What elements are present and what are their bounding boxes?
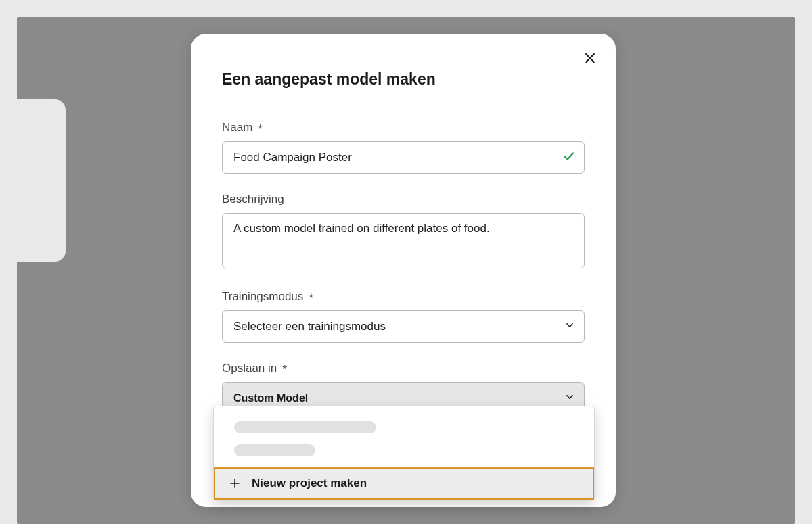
field-save-in-label-row: Opslaan in * <box>222 362 585 375</box>
field-description-label: Beschrijving <box>222 193 284 206</box>
new-project-button[interactable]: Nieuw project maken <box>214 467 594 500</box>
name-input[interactable] <box>222 141 585 174</box>
description-input[interactable] <box>222 213 585 268</box>
chevron-down-icon <box>565 392 574 404</box>
modal-title: Een aangepast model maken <box>222 70 585 89</box>
placeholder-bar <box>234 421 376 433</box>
field-save-in-label: Opslaan in <box>222 362 277 375</box>
save-in-dropdown-panel: Nieuw project maken <box>213 406 595 500</box>
dropdown-loading-row <box>214 444 594 467</box>
check-icon <box>563 150 575 165</box>
required-asterisk: * <box>258 123 263 135</box>
field-training-mode: Trainingsmodus * Selecteer een trainings… <box>222 290 585 343</box>
new-project-label: Nieuw project maken <box>252 477 367 490</box>
field-name: Naam * <box>222 121 585 174</box>
field-name-label-row: Naam * <box>222 121 585 135</box>
save-in-selected: Custom Model <box>233 392 308 404</box>
dropdown-loading-row <box>214 421 594 444</box>
required-asterisk: * <box>282 364 287 376</box>
field-name-label: Naam <box>222 121 252 135</box>
placeholder-bar <box>234 444 315 456</box>
chevron-down-icon <box>565 320 574 333</box>
background-card <box>0 99 66 262</box>
training-mode-select[interactable]: Selecteer een trainingsmodus <box>222 310 585 343</box>
field-training-mode-label-row: Trainingsmodus * <box>222 290 585 304</box>
field-description: Beschrijving <box>222 193 585 271</box>
close-icon <box>584 52 596 64</box>
required-asterisk: * <box>309 292 313 304</box>
field-description-label-row: Beschrijving <box>222 193 585 206</box>
training-mode-placeholder: Selecteer een trainingsmodus <box>233 320 386 333</box>
field-training-mode-label: Trainingsmodus <box>222 290 303 304</box>
close-button[interactable] <box>581 49 600 68</box>
plus-icon <box>229 477 241 490</box>
